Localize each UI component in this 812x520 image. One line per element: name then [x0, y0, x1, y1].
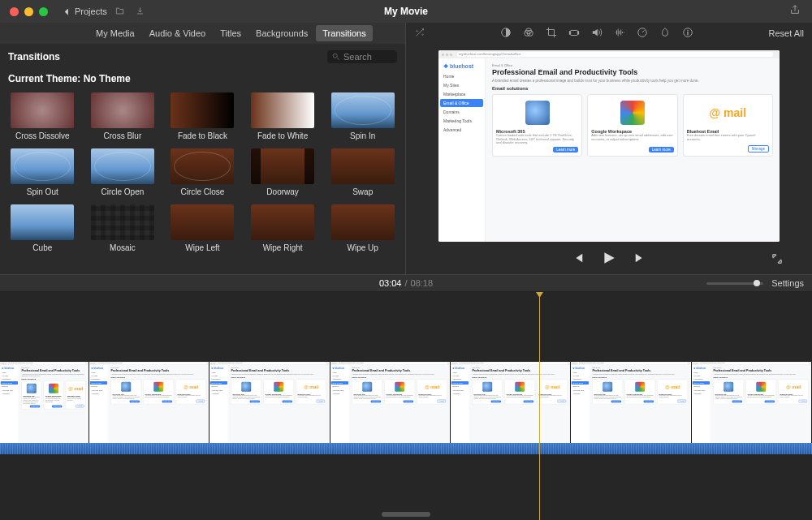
timeline-header: 03:04 / 08:18 Settings	[0, 274, 812, 292]
transition-item[interactable]: Cross Dissolve	[8, 92, 77, 140]
preview-menu-item: Email & Office	[572, 381, 589, 385]
clip-filter-icon[interactable]	[659, 27, 671, 40]
volume-icon[interactable]	[591, 27, 603, 40]
preview-menu-item: Marketing Tools	[210, 389, 227, 392]
minimize-window-button[interactable]	[24, 7, 33, 16]
transition-item[interactable]: Swap	[328, 148, 397, 196]
timeline-clip[interactable]: my.bluehost.com/hosting/app/#/email-offi…	[692, 362, 812, 443]
preview-menu-item: Marketing Tools	[90, 389, 107, 392]
transition-item[interactable]: Cube	[8, 204, 77, 252]
transition-label: Fade to Black	[178, 131, 227, 140]
info-icon[interactable]	[682, 27, 693, 40]
preview-headline: Professional Email and Productivity Tool…	[472, 369, 568, 372]
preview-menu-item: My Sites	[330, 374, 348, 377]
preview-menu-item: Advanced	[210, 392, 227, 395]
timeline-current-time: 03:04	[379, 278, 402, 288]
preview-logo: ❖ bluehost	[1, 367, 18, 371]
stabilization-icon[interactable]	[568, 27, 580, 40]
next-button[interactable]	[634, 252, 646, 267]
titlebar: Projects My Movie	[0, 0, 812, 23]
timeline-duration: 08:18	[411, 278, 434, 288]
preview-menu-item: Marketplace	[1, 378, 18, 381]
video-track[interactable]: my.bluehost.com/hosting/app/#/email-offi…	[0, 362, 812, 443]
preview-menu-item: Marketing Tools	[692, 389, 709, 392]
playback-controls	[406, 245, 812, 274]
timeline-clip[interactable]: my.bluehost.com/hosting/app/#/email-offi…	[451, 362, 571, 443]
audio-track[interactable]	[0, 443, 812, 454]
tab-my-media[interactable]: My Media	[89, 25, 141, 41]
transition-item[interactable]: Spin Out	[8, 148, 77, 196]
timeline-clip[interactable]: my.bluehost.com/hosting/app/#/email-offi…	[330, 362, 451, 443]
download-icon[interactable]	[136, 6, 145, 17]
preview-logo: ❖ bluehost	[572, 367, 589, 371]
preview-menu-item: Home	[1, 371, 18, 374]
noise-reduction-icon[interactable]	[614, 27, 625, 40]
timeline-clip[interactable]: my.bluehost.com/hosting/app/#/email-offi…	[209, 362, 330, 443]
timeline-settings-button[interactable]: Settings	[771, 278, 804, 288]
preview-menu-item: Home	[692, 371, 709, 374]
transitions-grid: Cross DissolveCross BlurFade to BlackFad…	[8, 92, 397, 252]
transition-item[interactable]: Circle Open	[89, 148, 158, 196]
transition-label: Circle Close	[181, 187, 225, 196]
preview-headline: Professional Email and Productivity Tool…	[593, 369, 689, 372]
playhead[interactable]	[539, 292, 540, 520]
preview-menu-item: Email & Office	[90, 381, 107, 385]
preview-menu-item: Marketplace	[440, 90, 483, 98]
transition-item[interactable]: Mosaic	[89, 204, 158, 252]
play-button[interactable]	[602, 251, 616, 269]
reset-all-button[interactable]: Reset All	[769, 28, 804, 38]
transition-label: Spin Out	[27, 187, 58, 196]
transition-item[interactable]: Cross Blur	[89, 92, 158, 140]
fullscreen-button[interactable]	[771, 253, 783, 267]
timeline-clip[interactable]: my.bluehost.com/hosting/app/#/email-offi…	[89, 362, 209, 443]
timeline-clip[interactable]: my.bluehost.com/hosting/app/#/email-offi…	[0, 362, 89, 443]
preview-menu-item: Marketplace	[330, 378, 348, 381]
transition-label: Wipe Up	[348, 243, 378, 252]
transition-thumbnail	[251, 148, 314, 184]
preview-menu-item: Domains	[210, 385, 227, 388]
enhance-icon[interactable]	[414, 27, 425, 40]
tab-transitions[interactable]: Transitions	[316, 25, 372, 41]
transition-thumbnail	[171, 148, 234, 184]
preview-menu-item: Domains	[1, 385, 18, 388]
transition-item[interactable]: Wipe Left	[168, 204, 237, 252]
preview-menu-item: Email & Office	[440, 99, 483, 107]
close-window-button[interactable]	[10, 7, 19, 16]
back-to-projects-button[interactable]: Projects	[63, 6, 107, 16]
transition-item[interactable]: Doorway	[248, 148, 317, 196]
svg-rect-6	[569, 31, 571, 34]
timeline-scrollbar[interactable]	[0, 512, 812, 518]
browser-tabs: My MediaAudio & VideoTitlesBackgroundsTr…	[0, 23, 405, 44]
transition-item[interactable]: Wipe Up	[328, 204, 397, 252]
import-media-icon[interactable]	[115, 6, 124, 17]
preview-menu-item: Email & Office	[692, 381, 709, 385]
search-input[interactable]: Search	[327, 50, 397, 63]
transition-item[interactable]: Spin In	[328, 92, 397, 140]
preview-menu-item: Home	[451, 371, 469, 374]
share-button[interactable]	[789, 4, 801, 19]
tab-audio-video[interactable]: Audio & Video	[143, 25, 213, 41]
prev-button[interactable]	[572, 252, 584, 267]
speed-icon[interactable]	[637, 27, 648, 40]
transition-label: Cross Blur	[104, 131, 142, 140]
transition-label: Cross Dissolve	[15, 131, 70, 140]
crop-icon[interactable]	[546, 27, 557, 40]
transition-item[interactable]: Fade to White	[248, 92, 317, 140]
preview-menu-item: Marketing Tools	[1, 389, 18, 392]
timeline[interactable]: my.bluehost.com/hosting/app/#/email-offi…	[0, 292, 812, 520]
tab-titles[interactable]: Titles	[214, 25, 248, 41]
color-balance-icon[interactable]	[500, 27, 512, 40]
fullscreen-window-button[interactable]	[39, 7, 48, 16]
preview-menu-item: Advanced	[440, 126, 483, 134]
color-correction-icon[interactable]	[523, 27, 534, 40]
transition-item[interactable]: Fade to Black	[168, 92, 237, 140]
transition-item[interactable]: Circle Close	[168, 148, 237, 196]
preview-menu-item: Home	[572, 371, 589, 374]
transition-item[interactable]: Wipe Right	[248, 204, 317, 252]
preview-menu-item: Marketing Tools	[440, 117, 483, 125]
timeline-zoom-slider[interactable]	[706, 282, 763, 285]
transition-label: Doorway	[266, 187, 298, 196]
tab-backgrounds[interactable]: Backgrounds	[249, 25, 314, 41]
preview-logo: ❖ bluehost	[90, 367, 107, 371]
timeline-clip[interactable]: my.bluehost.com/hosting/app/#/email-offi…	[571, 362, 691, 443]
